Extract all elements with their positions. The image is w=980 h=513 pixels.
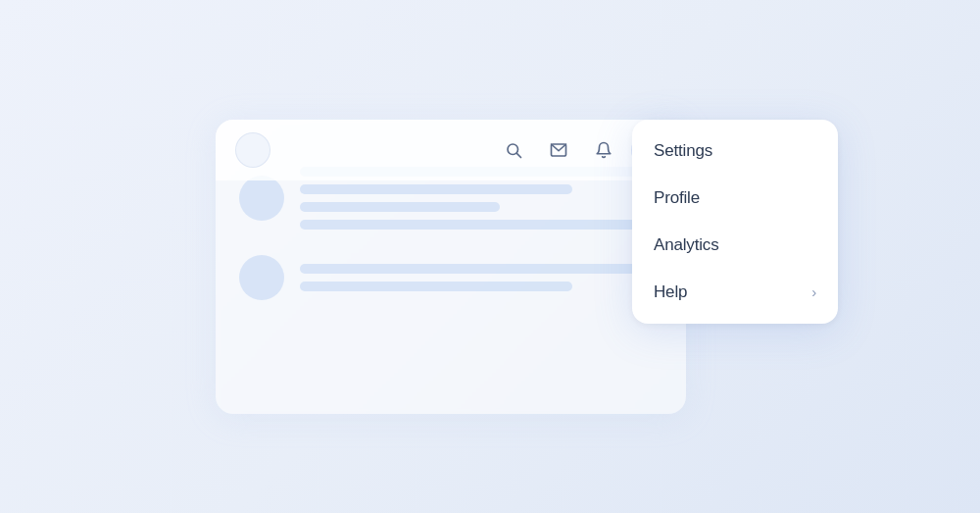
mail-icon — [550, 141, 567, 159]
dropdown-item-help[interactable]: Help › — [632, 269, 838, 316]
dropdown-menu: Settings Profile Analytics Help › — [632, 120, 838, 324]
skeleton-row-2 — [239, 255, 662, 300]
settings-label: Settings — [654, 141, 712, 161]
bell-button[interactable] — [586, 132, 621, 168]
search-button[interactable] — [496, 132, 531, 168]
bell-icon — [595, 141, 612, 159]
profile-label: Profile — [654, 188, 700, 208]
dropdown-item-settings[interactable]: Settings — [632, 128, 838, 175]
skeleton-avatar-2 — [239, 255, 284, 300]
skeleton-line — [300, 184, 572, 194]
top-bar — [216, 120, 686, 180]
skeleton-line — [300, 282, 572, 291]
skeleton-line — [300, 202, 500, 212]
skeleton-lines-2 — [300, 264, 662, 291]
search-icon — [505, 141, 522, 159]
dropdown-item-analytics[interactable]: Analytics — [632, 222, 838, 269]
mail-button[interactable] — [541, 132, 576, 168]
logo-circle — [235, 132, 270, 168]
skeleton-line — [300, 264, 662, 274]
chevron-right-icon: › — [811, 283, 816, 300]
dropdown-item-profile[interactable]: Profile — [632, 175, 838, 222]
scene: Settings Profile Analytics Help › — [216, 71, 764, 443]
help-label: Help — [654, 282, 687, 302]
analytics-label: Analytics — [654, 235, 719, 255]
skeleton-line — [300, 220, 662, 230]
background-card — [216, 120, 686, 414]
skeleton-avatar-1 — [239, 176, 284, 221]
svg-line-1 — [516, 153, 520, 157]
